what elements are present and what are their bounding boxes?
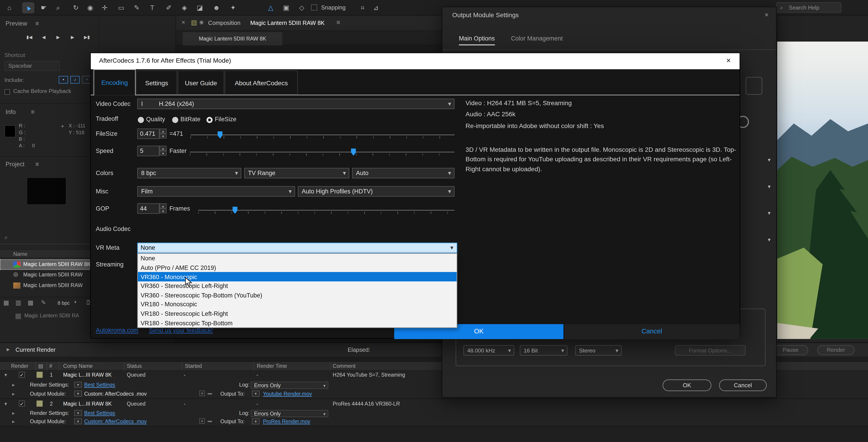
- include-audio-icon[interactable]: [70, 76, 80, 84]
- snapping-checkbox[interactable]: [311, 4, 317, 11]
- dropdown-option[interactable]: VR360 - Stereoscopic Top-Bottom (YouTube…: [138, 290, 457, 300]
- include-overlays-icon[interactable]: [82, 76, 91, 84]
- render-item-checkbox[interactable]: [19, 372, 25, 378]
- add-output-module-icon[interactable]: [199, 418, 205, 424]
- render-item-checkbox[interactable]: [19, 401, 25, 407]
- column-status[interactable]: Status: [127, 363, 142, 369]
- project-item[interactable]: Magic Lantern 5DIII RAW: [0, 270, 98, 281]
- grid-options-icon[interactable]: [356, 2, 369, 13]
- new-composition-icon[interactable]: [28, 299, 33, 306]
- project-search-input[interactable]: [0, 244, 98, 244]
- autokroma-link[interactable]: Autokroma.com: [96, 327, 138, 333]
- last-frame-button[interactable]: [82, 33, 92, 41]
- sample-rate-dropdown[interactable]: 48.000 kHz: [463, 345, 514, 356]
- expand-icon[interactable]: [12, 410, 15, 416]
- clone-stamp-tool-icon[interactable]: [178, 2, 191, 13]
- tab-encoding[interactable]: Encoding: [94, 69, 135, 95]
- cancel-button[interactable]: Cancel: [719, 380, 767, 391]
- include-video-icon[interactable]: [59, 76, 68, 84]
- render-settings-link[interactable]: Best Settings: [84, 382, 115, 388]
- add-output-module-icon[interactable]: [199, 391, 205, 396]
- cancel-button[interactable]: Cancel: [563, 324, 740, 339]
- tab-main-options[interactable]: Main Options: [459, 35, 495, 46]
- output-to-dropdown-icon[interactable]: [252, 418, 259, 424]
- previous-frame-button[interactable]: [39, 33, 49, 41]
- column-started[interactable]: Started: [185, 363, 202, 369]
- column-comp-name[interactable]: Comp Name: [63, 363, 93, 369]
- axis-mode-icon[interactable]: [265, 2, 277, 13]
- filesize-radio[interactable]: [206, 117, 213, 123]
- type-tool-icon[interactable]: [146, 2, 158, 13]
- orbit-camera-tool-icon[interactable]: [84, 2, 96, 13]
- axis-mode-icon[interactable]: [296, 2, 308, 13]
- column-number[interactable]: #: [49, 363, 52, 369]
- project-bit-depth[interactable]: 8 bpc: [58, 300, 70, 305]
- tab-settings[interactable]: Settings: [136, 70, 177, 95]
- tab-about[interactable]: About AfterCodecs: [225, 70, 298, 95]
- column-render-time[interactable]: Render Time: [257, 363, 287, 369]
- bit-depth-dropdown[interactable]: 16 Bit: [520, 345, 567, 356]
- render-settings-dropdown-icon[interactable]: [74, 410, 82, 416]
- composition-tab[interactable]: Magic Lantern 5DIII RAW 8K: [183, 32, 282, 46]
- project-name-column-header[interactable]: Name: [0, 249, 98, 258]
- profile-dropdown[interactable]: Auto High Profiles (HDTV): [298, 186, 455, 197]
- selection-tool-icon[interactable]: [22, 2, 34, 13]
- cache-before-playback-checkbox[interactable]: [4, 89, 10, 94]
- close-icon[interactable]: [765, 11, 769, 19]
- video-codec-dropdown[interactable]: I H.264 (x264): [137, 99, 454, 109]
- speed-value-input[interactable]: 5: [137, 146, 159, 156]
- render-button[interactable]: Render: [817, 345, 855, 355]
- dropdown-option[interactable]: None: [138, 254, 457, 263]
- vr-meta-dropdown-open[interactable]: None: [137, 243, 457, 253]
- expand-icon[interactable]: [12, 382, 15, 388]
- render-settings-dropdown-icon[interactable]: [74, 382, 82, 388]
- bitrate-radio[interactable]: [172, 117, 178, 123]
- first-frame-button[interactable]: [24, 33, 34, 41]
- ok-button[interactable]: OK: [662, 380, 711, 391]
- output-to-link[interactable]: Youtube Render.mov: [263, 391, 312, 397]
- output-to-dropdown-icon[interactable]: [252, 391, 259, 397]
- dropdown-option[interactable]: VR180 - Stereoscopic Top-Bottom: [138, 318, 457, 328]
- rectangle-tool-icon[interactable]: [115, 2, 127, 13]
- close-icon[interactable]: [182, 19, 185, 25]
- project-item-selected[interactable]: Magic Lantern 5DIII RAW 8K: [0, 259, 98, 270]
- shortcut-dropdown[interactable]: Spacebar: [4, 61, 60, 71]
- panel-menu-icon[interactable]: [35, 20, 39, 26]
- pen-tool-icon[interactable]: [131, 2, 143, 13]
- dropdown-option[interactable]: VR180 - Monoscopic: [138, 300, 457, 309]
- tab-user-guide[interactable]: User Guide: [178, 70, 224, 95]
- output-to-link[interactable]: ProRes Render.mov: [263, 418, 310, 424]
- axis-mode-icon[interactable]: [280, 2, 292, 13]
- speed-slider[interactable]: [190, 152, 455, 152]
- expand-icon[interactable]: [12, 391, 15, 397]
- next-frame-button[interactable]: [68, 33, 78, 41]
- pause-button[interactable]: Pause: [773, 345, 808, 355]
- render-settings-link[interactable]: Best Settings: [84, 410, 115, 416]
- remove-output-module-icon[interactable]: [207, 391, 213, 396]
- tune-dropdown[interactable]: Film: [137, 186, 295, 197]
- tab-color-management[interactable]: Color Management: [511, 35, 563, 41]
- label-color-chip[interactable]: [37, 372, 43, 378]
- label-color-chip[interactable]: [37, 401, 43, 407]
- gop-value-input[interactable]: 44: [137, 203, 159, 214]
- remove-output-module-icon[interactable]: [207, 418, 213, 424]
- filesize-value-input[interactable]: 0.471: [137, 128, 159, 139]
- home-icon[interactable]: [3, 2, 16, 13]
- speed-stepper[interactable]: [159, 146, 166, 156]
- output-module-dropdown-icon[interactable]: [74, 418, 82, 424]
- log-dropdown[interactable]: Errors Only: [251, 382, 328, 389]
- new-folder-icon[interactable]: [16, 299, 21, 306]
- output-module-link[interactable]: Custom: AfterCodecs .mov: [84, 391, 147, 397]
- edit-icon[interactable]: [41, 299, 46, 306]
- column-comment[interactable]: Comment: [333, 363, 355, 369]
- quality-radio[interactable]: [138, 117, 144, 123]
- output-module-dropdown-icon[interactable]: [74, 391, 82, 397]
- channels-dropdown[interactable]: Stereo: [575, 345, 622, 356]
- roto-brush-tool-icon[interactable]: [211, 2, 223, 13]
- log-dropdown[interactable]: Errors Only: [251, 410, 328, 417]
- project-item[interactable]: Magic Lantern 5DIII RAW: [0, 280, 98, 291]
- filesize-stepper[interactable]: [159, 128, 166, 139]
- dropdown-option[interactable]: Auto (PPro / AME CC 2019): [138, 263, 457, 272]
- render-item-row[interactable]: 2 Magic L...III RAW 8K Queued - - ProRes…: [0, 400, 868, 409]
- play-button[interactable]: [53, 33, 63, 41]
